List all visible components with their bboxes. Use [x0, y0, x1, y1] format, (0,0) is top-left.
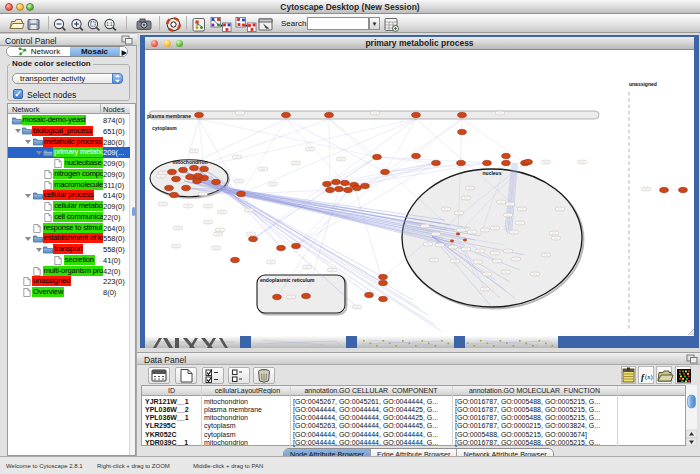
svg-text:nucleus: nucleus [483, 170, 502, 176]
svg-text:(x): (x) [645, 373, 653, 381]
svg-text:1:1: 1:1 [106, 22, 113, 27]
svg-text:unassigned: unassigned [629, 81, 657, 87]
svg-text:cytoplasm: cytoplasm [152, 125, 177, 131]
svg-text:plasma membrane: plasma membrane [147, 113, 191, 119]
svg-text:endoplasmic reticulum: endoplasmic reticulum [260, 277, 315, 283]
svg-text:mitochondrion: mitochondrion [173, 159, 208, 165]
